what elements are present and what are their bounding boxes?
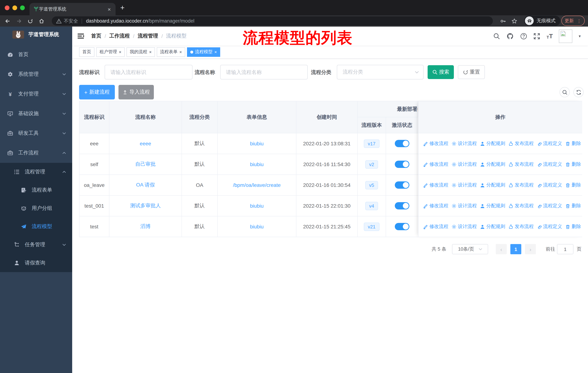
active-toggle[interactable] [395, 140, 409, 147]
search-icon[interactable] [494, 33, 500, 40]
action-definition-link[interactable]: 流程定义 [537, 140, 562, 147]
close-window-button[interactable] [5, 5, 10, 10]
tag-close-icon[interactable]: × [214, 50, 217, 54]
action-design-link[interactable]: 设计流程 [452, 161, 477, 168]
action-delete-link[interactable]: 删除 [565, 140, 581, 147]
create-process-button[interactable]: + 新建流程 [79, 85, 115, 100]
tag-process-form[interactable]: 流程表单 × [157, 47, 185, 57]
minimize-window-button[interactable] [12, 5, 17, 10]
refresh-table-button[interactable] [573, 87, 584, 97]
current-page-button[interactable]: 1 [510, 244, 521, 254]
page-jump-input[interactable] [557, 244, 573, 254]
tag-process-model-active[interactable]: 流程模型 × [187, 47, 220, 57]
action-definition-link[interactable]: 流程定义 [537, 182, 562, 188]
action-delete-link[interactable]: 删除 [565, 223, 581, 230]
cell-name-link[interactable]: eeee [109, 133, 182, 154]
action-assign-link[interactable]: 分配规则 [480, 182, 505, 188]
sidebar-item-leave-query[interactable]: 请假查询 [0, 254, 72, 272]
action-definition-link[interactable]: 流程定义 [537, 223, 562, 230]
tag-tenant[interactable]: 租户管理 × [96, 47, 125, 57]
page-size-select[interactable]: 10条/页 [452, 244, 488, 254]
sidebar-item-user-group[interactable]: 用户分组 [0, 199, 72, 217]
action-design-link[interactable]: 设计流程 [452, 223, 477, 230]
tag-my-process[interactable]: 我的流程 × [126, 47, 155, 57]
action-delete-link[interactable]: 删除 [565, 182, 581, 188]
breadcrumb-workflow[interactable]: 工作流程 [109, 33, 130, 39]
sidebar-item-dev-tools[interactable]: 研发工具 [0, 123, 72, 143]
tag-home[interactable]: 首页 [79, 47, 94, 57]
sidebar-item-payment[interactable]: ¥ 支付管理 [0, 84, 72, 104]
help-icon[interactable] [520, 33, 527, 40]
search-button[interactable]: 搜索 [428, 65, 454, 79]
tag-close-icon[interactable]: × [119, 50, 121, 54]
active-toggle[interactable] [395, 181, 409, 189]
action-design-link[interactable]: 设计流程 [452, 202, 477, 209]
cell-version[interactable]: v5 [358, 175, 386, 195]
prev-page-button[interactable]: ‹ [496, 244, 507, 254]
action-edit-link[interactable]: 修改流程 [423, 140, 448, 147]
next-page-button[interactable]: › [525, 244, 536, 254]
action-assign-link[interactable]: 分配规则 [480, 223, 505, 230]
security-label[interactable]: 不安全 [64, 18, 78, 24]
action-publish-link[interactable]: 发布流程 [509, 223, 534, 230]
cell-form-link[interactable]: biubiu [218, 154, 296, 174]
update-label[interactable]: 更新 [565, 18, 574, 24]
import-process-button[interactable]: 导入流程 [118, 85, 154, 100]
cell-name-link[interactable]: OA 请假 [109, 175, 182, 195]
action-edit-link[interactable]: 修改流程 [423, 223, 448, 230]
action-delete-link[interactable]: 删除 [565, 202, 581, 209]
cell-version[interactable]: v2 [358, 154, 386, 174]
action-edit-link[interactable]: 修改流程 [423, 202, 448, 209]
filter-name-input[interactable] [220, 65, 308, 80]
active-toggle[interactable] [395, 223, 409, 230]
action-assign-link[interactable]: 分配规则 [480, 161, 505, 168]
back-icon[interactable] [3, 15, 12, 27]
sidebar-item-process-form[interactable]: 流程表单 [0, 181, 72, 199]
action-publish-link[interactable]: 发布流程 [509, 202, 534, 209]
fullscreen-icon[interactable] [534, 33, 540, 40]
cell-name-link[interactable]: 自己审批 [109, 154, 182, 174]
avatar-caret-icon[interactable]: ▾ [579, 34, 581, 39]
avatar[interactable] [559, 29, 573, 43]
breadcrumb-home[interactable]: 首页 [91, 33, 101, 39]
action-publish-link[interactable]: 发布流程 [509, 182, 534, 188]
action-assign-link[interactable]: 分配规则 [480, 202, 505, 209]
tab-close-icon[interactable]: × [106, 6, 112, 12]
cell-form-link[interactable]: /bpm/oa/leave/create [218, 175, 296, 195]
active-toggle[interactable] [395, 202, 409, 210]
cell-name-link[interactable]: 滔博 [109, 216, 182, 237]
action-delete-link[interactable]: 删除 [565, 161, 581, 168]
cell-version[interactable]: v17 [358, 133, 386, 154]
zoom-window-button[interactable] [20, 5, 25, 10]
sidebar-item-process-management[interactable]: 流程管理 [0, 163, 72, 181]
sidebar-item-infrastructure[interactable]: 基础设施 [0, 104, 72, 123]
sidebar-item-system[interactable]: 系统管理 [0, 64, 72, 84]
action-publish-link[interactable]: 发布流程 [509, 140, 534, 147]
filter-category-select[interactable]: 流程分类 [337, 65, 424, 80]
tag-close-icon[interactable]: × [149, 50, 152, 54]
cell-form-link[interactable]: biubiu [218, 216, 296, 237]
action-assign-link[interactable]: 分配规则 [480, 140, 505, 147]
sidebar-item-home[interactable]: 首页 [0, 45, 72, 64]
forward-icon[interactable] [14, 15, 24, 27]
new-tab-button[interactable]: + [120, 4, 125, 11]
password-key-icon[interactable] [499, 16, 507, 26]
cell-form-link[interactable]: biubiu [218, 133, 296, 154]
address-bar[interactable]: 不安全 dashboard.yudao.iocoder.cn/bpm/manag… [52, 16, 493, 26]
sidebar-logo-row[interactable]: 芋道管理系统 [0, 27, 72, 43]
reload-icon[interactable] [26, 15, 35, 27]
bookmark-star-icon[interactable] [510, 16, 519, 26]
browser-menu-icon[interactable]: ⋮ [577, 18, 581, 23]
breadcrumb-process-management[interactable]: 流程管理 [138, 33, 158, 39]
action-definition-link[interactable]: 流程定义 [537, 202, 562, 209]
browser-tab[interactable]: 芋道管理系统 × [30, 3, 116, 15]
home-icon[interactable] [37, 15, 46, 27]
reset-button[interactable]: 重置 [458, 65, 485, 79]
sidebar-item-workflow[interactable]: 工作流程 [0, 143, 72, 163]
sidebar-item-process-model[interactable]: 流程模型 [0, 217, 72, 236]
active-toggle[interactable] [395, 161, 409, 168]
action-design-link[interactable]: 设计流程 [452, 182, 477, 188]
cell-form-link[interactable]: biubiu [218, 196, 296, 216]
action-edit-link[interactable]: 修改流程 [423, 161, 448, 168]
sidebar-collapse-icon[interactable] [78, 33, 84, 39]
